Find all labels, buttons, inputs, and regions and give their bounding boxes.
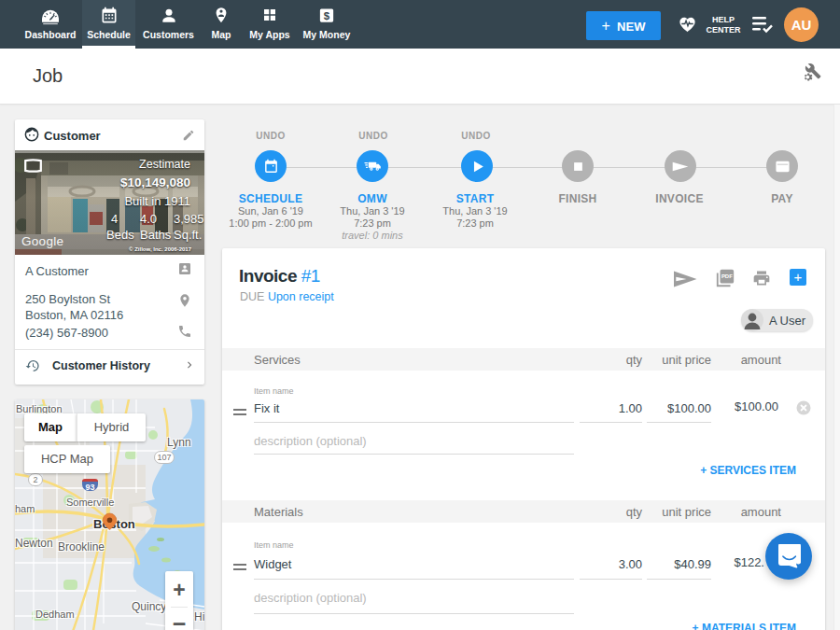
svg-text:PDF: PDF bbox=[721, 273, 733, 279]
svg-text:$: $ bbox=[324, 10, 330, 21]
